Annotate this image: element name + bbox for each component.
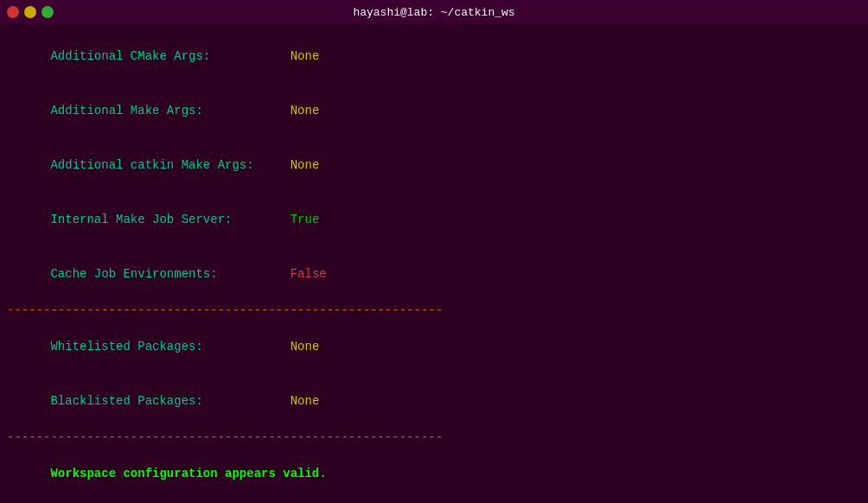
titlebar: hayashi@lab: ~/catkin_ws [0, 0, 868, 24]
separator-1: ----------------------------------------… [7, 302, 861, 320]
label-catkin-make: Additional catkin Make Args: [50, 158, 290, 172]
minimize-button[interactable] [24, 6, 36, 18]
label-cmake: Additional CMake Args: [50, 49, 290, 63]
val-make: None [290, 104, 320, 118]
line-catkin-make-args: Additional catkin Make Args: None [7, 138, 861, 193]
label-make: Additional Make Args: [50, 104, 290, 118]
terminal-window: hayashi@lab: ~/catkin_ws Additional CMak… [0, 0, 868, 503]
maximize-button[interactable] [41, 6, 54, 18]
line-cmake-args: Additional CMake Args: None [7, 29, 861, 84]
line-cache-job: Cache Job Environments: False [7, 247, 861, 302]
label-job-server: Internal Make Job Server: [50, 213, 290, 226]
val-job-server: True [290, 213, 320, 226]
terminal-body[interactable]: Additional CMake Args: None Additional M… [0, 24, 868, 503]
window-controls[interactable] [7, 6, 54, 18]
val-cmake: None [290, 49, 320, 63]
line-blacklist: Blacklisted Packages: None [7, 374, 861, 429]
separator-2: ----------------------------------------… [7, 429, 861, 447]
line-whitelist: Whitelisted Packages: None [7, 320, 861, 374]
val-whitelist: None [290, 340, 320, 353]
val-cache-job: False [290, 267, 327, 281]
window-title: hayashi@lab: ~/catkin_ws [353, 6, 514, 19]
workspace-valid-text: Workspace configuration appears valid. [50, 467, 326, 481]
label-whitelist: Whitelisted Packages: [50, 340, 290, 353]
line-make-args: Additional Make Args: None [7, 84, 861, 138]
val-catkin-make: None [290, 158, 320, 172]
label-blacklist: Blacklisted Packages: [50, 394, 290, 408]
line-job-server: Internal Make Job Server: True [7, 193, 861, 247]
line-workspace-valid: Workspace configuration appears valid. [7, 447, 861, 501]
close-button[interactable] [7, 6, 19, 18]
val-blacklist: None [290, 394, 320, 408]
label-cache-job: Cache Job Environments: [50, 267, 290, 281]
